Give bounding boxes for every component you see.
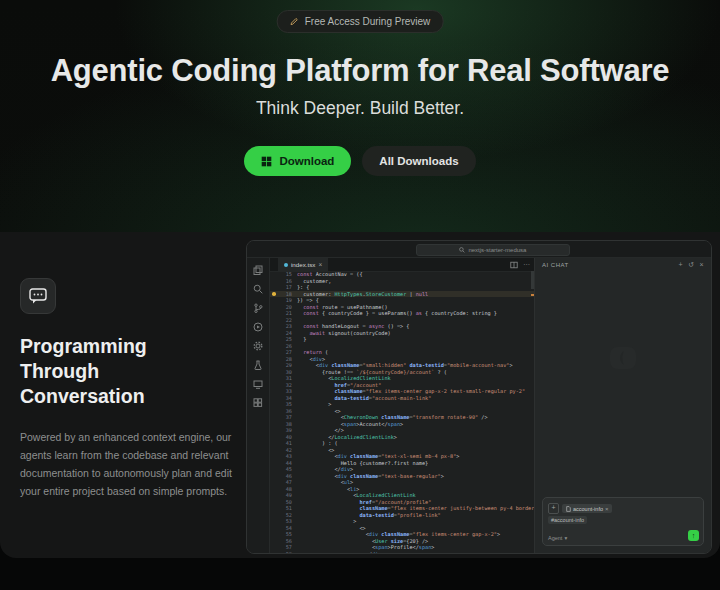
plus-icon[interactable]: + [678,261,683,269]
extensions-icon[interactable] [253,398,263,408]
ai-chat-panel: AI CHAT +↺× + account-info [534,258,711,553]
download-button-label: Download [279,155,334,167]
line-number: 58 [270,551,297,554]
tab-index-tsx[interactable]: index.tsx × [278,258,328,271]
ai-chat-title: AI CHAT [542,262,569,268]
feature-heading: Programming Through Conversation [20,334,210,408]
editor-tabbar: index.tsx × ⋯ [270,258,534,272]
source-control-icon[interactable] [253,303,263,313]
feature-icon-card [20,278,56,314]
code-editor: index.tsx × ⋯ 15const AccountNav = ({16 … [270,258,534,553]
chat-bubble-icon [29,288,47,305]
page: Free Access During Preview Agentic Codin… [0,0,720,590]
ide-search-input[interactable]: nextjs-starter-medusa [416,244,570,256]
code-area: 15const AccountNav = ({16 customer,17}: … [270,271,534,553]
files-icon[interactable] [253,265,263,275]
tab-label: index.tsx [291,261,315,268]
agent-mode-label: Agent [548,535,562,541]
all-downloads-label: All Downloads [379,155,458,167]
ai-chat-header: AI CHAT +↺× [535,258,711,272]
logo-watermark [608,345,638,371]
search-icon[interactable] [253,284,263,294]
page-subtitle: Think Deeper. Build Better. [0,98,720,119]
editor-actions: ⋯ [510,261,530,269]
all-downloads-button[interactable]: All Downloads [362,146,475,176]
page-title: Agentic Coding Platform for Real Softwar… [0,53,720,89]
send-button[interactable]: ↑ [688,530,699,541]
hero-section: Free Access During Preview Agentic Codin… [0,0,720,232]
download-button[interactable]: Download [244,146,351,176]
feature-description: Powered by an enhanced context engine, o… [20,428,239,500]
hero-buttons: Download All Downloads [0,146,720,176]
context-chip-label: account-info [573,506,603,512]
run-debug-icon[interactable] [253,322,263,332]
split-editor-icon[interactable] [510,261,518,269]
preview-badge-label: Free Access During Preview [305,16,431,27]
more-actions-icon[interactable]: ⋯ [523,261,530,269]
add-context-button[interactable]: + [548,503,559,514]
beaker-icon[interactable] [253,360,263,370]
ai-chat-header-icons: +↺× [678,261,704,269]
context-chip-row: + account-info × [548,503,612,514]
chip-close-icon[interactable]: × [605,506,609,512]
close-icon[interactable]: × [699,261,704,269]
preview-badge: Free Access During Preview [277,10,444,33]
search-icon [459,247,465,253]
history-icon[interactable]: ↺ [688,261,694,269]
context-chip[interactable]: account-info × [562,504,612,513]
tab-close-icon[interactable]: × [318,261,322,268]
ide-window: nextjs-starter-medusa index.tsx × [246,240,712,554]
chevron-down-icon: ▾ [564,535,567,541]
lightbulb-icon[interactable] [272,292,276,296]
activity-bar [247,258,270,553]
agent-mode-dropdown[interactable]: Agent ▾ [548,535,567,541]
windows-logo [261,156,272,167]
ide-titlebar: nextjs-starter-medusa [247,241,711,258]
feature-section: Programming Through Conversation Powered… [0,232,720,558]
react-file-icon [284,263,288,267]
ide-search-label: nextjs-starter-medusa [468,247,526,253]
chat-message-mention: #account-info [548,516,587,524]
code-line: 58 </div> [270,551,534,554]
send-arrow-icon: ↑ [692,532,696,539]
file-icon [566,506,571,512]
remote-icon[interactable] [253,379,263,389]
pencil-icon [290,17,299,26]
chat-input-box[interactable]: + account-info × #account-info Agent ▾ [542,497,704,546]
settings-icon[interactable] [253,341,263,351]
